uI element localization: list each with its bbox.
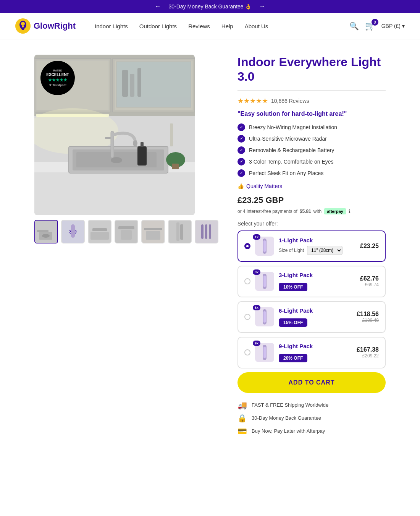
next-banner-arrow[interactable]: → <box>259 3 265 10</box>
guarantee-shipping: 🚚 FAST & FREE Shipping Worldwide <box>237 401 386 410</box>
svg-rect-15 <box>137 68 141 97</box>
svg-rect-3 <box>22 29 24 30</box>
select-offer-label: Select your offer: <box>237 221 386 227</box>
trustpilot-stars: ★★★★★ <box>48 78 67 83</box>
svg-rect-28 <box>137 146 147 166</box>
feature-0: ✓ Breezy No-Wiring Magnet Installation <box>237 123 386 131</box>
svg-rect-46 <box>121 230 132 240</box>
product-images: RATED EXCELLENT ★★★★★ ★ Trustpilot 3.0 <box>34 55 218 436</box>
size-label: Size of Light <box>279 248 304 253</box>
thumbnail-2[interactable] <box>88 220 111 243</box>
offer-radio-1-light <box>244 243 250 249</box>
svg-rect-5 <box>22 25 24 28</box>
offer-card-1-light[interactable]: 1x 1-Light Pack Size of Light 11" (28cm)… <box>237 230 386 262</box>
thumbnail-5[interactable] <box>168 220 192 243</box>
nav-outdoor-lights[interactable]: Outdoor Lights <box>139 23 177 29</box>
offer-price-main-6-light: £118.56 <box>357 311 379 318</box>
trustpilot-rated-text: RATED <box>53 69 62 72</box>
offer-price-1-light: £23.25 <box>360 243 379 250</box>
thumbnail-4[interactable] <box>141 220 165 243</box>
offer-discount-6-light: 15% OFF <box>279 318 307 327</box>
svg-rect-43 <box>90 232 109 240</box>
offer-card-9-light[interactable]: 9x 9-Light Pack 20% OFF £167.38 £209.22 <box>237 337 386 368</box>
svg-rect-14 <box>130 74 134 97</box>
nav-help[interactable]: Help <box>221 23 233 29</box>
offer-price-main-3-light: £62.76 <box>360 275 379 282</box>
svg-rect-52 <box>180 224 183 240</box>
afterpay-row: or 4 interest-free payments of $5.81 wit… <box>237 208 386 214</box>
check-icon-0: ✓ <box>237 123 245 131</box>
afterpay-info-icon[interactable]: ℹ <box>349 209 351 214</box>
header-right: 🔍 🛒 0 GBP (£) ▾ <box>349 21 405 31</box>
add-to-cart-button[interactable]: ADD TO CART <box>237 372 386 393</box>
product-info: Indoor Everywhere Light 3.0 ★★★★★ 10,686… <box>237 55 386 436</box>
logo-link[interactable]: GlowRight <box>15 18 76 34</box>
offer-price-main-1-light: £23.25 <box>360 243 379 250</box>
guarantees-section: 🚚 FAST & FREE Shipping Worldwide 🔒 30-Da… <box>237 401 386 436</box>
afterpay-text: or 4 interest-free payments of <box>237 209 297 214</box>
offer-name-1-light: 1-Light Pack <box>279 237 355 243</box>
title-divider <box>237 90 386 91</box>
feature-text-0: Breezy No-Wiring Magnet Installation <box>249 124 337 130</box>
price-section: £23.25 GBP <box>237 195 386 205</box>
offer-radio-6-light <box>244 314 250 320</box>
quality-link-text: Quality Matters <box>246 183 282 189</box>
thumbnail-0[interactable] <box>34 220 58 243</box>
feature-3: ✓ 3 Color Temp. Comfortable on Eyes <box>237 158 386 166</box>
offer-name-3-light: 3-Light Pack <box>279 272 355 278</box>
review-count: 10,686 Reviews <box>271 98 309 104</box>
quality-matters-link[interactable]: 👍 Quality Matters <box>237 183 386 189</box>
trustpilot-logo: ★ Trustpilot <box>49 83 66 87</box>
thumbnail-1[interactable]: 3.0 <box>61 220 85 243</box>
svg-rect-49 <box>146 231 160 240</box>
check-icon-2: ✓ <box>237 146 245 154</box>
cart-button[interactable]: 🛒 0 <box>365 21 375 31</box>
offer-image-3-light: 3x <box>255 272 274 291</box>
main-nav: Indoor Lights Outdoor Lights Reviews Hel… <box>95 23 338 29</box>
nav-reviews[interactable]: Reviews <box>188 23 210 29</box>
offer-details-9-light: 9-Light Pack 20% OFF <box>279 343 352 362</box>
money-back-icon: 🔒 <box>237 414 247 423</box>
afterpay-amount: $5.81 <box>300 209 311 214</box>
guarantee-afterpay-text: Buy Now, Pay Later with Afterpay <box>252 428 325 434</box>
search-icon[interactable]: 🔍 <box>349 21 359 31</box>
svg-point-26 <box>133 140 137 146</box>
size-dropdown[interactable]: 11" (28cm) 17" (43cm) <box>307 246 342 255</box>
svg-rect-56 <box>209 224 211 239</box>
afterpay-with: with <box>313 209 321 214</box>
svg-rect-64 <box>263 347 266 358</box>
svg-rect-29 <box>141 142 144 147</box>
banner-text: 30-Day Money Back Guarantee 👌 <box>169 3 252 10</box>
svg-rect-55 <box>205 224 207 239</box>
feature-text-4: Perfect Sleek Fit on Any Places <box>249 170 323 176</box>
nav-about-us[interactable]: About Us <box>245 23 268 29</box>
nav-indoor-lights[interactable]: Indoor Lights <box>95 23 128 29</box>
prev-banner-arrow[interactable]: ← <box>155 3 161 10</box>
header: GlowRight Indoor Lights Outdoor Lights R… <box>0 13 420 39</box>
offer-discount-3-light: 10% OFF <box>279 283 307 291</box>
svg-point-37 <box>42 234 50 238</box>
currency-selector[interactable]: GBP (£) ▾ <box>381 23 405 29</box>
offer-name-6-light: 6-Light Pack <box>279 307 352 314</box>
offer-details-3-light: 3-Light Pack 10% OFF <box>279 272 355 291</box>
star-rating: ★★★★★ <box>237 97 268 105</box>
trustpilot-excellent-text: EXCELLENT <box>46 73 69 77</box>
feature-2: ✓ Removable & Rechargeable Battery <box>237 146 386 154</box>
offer-card-3-light[interactable]: 3x 3-Light Pack 10% OFF £62.76 £69.74 <box>237 266 386 297</box>
svg-rect-45 <box>118 226 134 229</box>
offer-price-3-light: £62.76 £69.74 <box>360 275 379 287</box>
check-icon-3: ✓ <box>237 158 245 166</box>
feature-text-3: 3 Color Temp. Comfortable on Eyes <box>249 159 334 165</box>
offer-qty-1-light: 1x <box>253 234 260 240</box>
check-icon-4: ✓ <box>237 169 245 177</box>
thumbnail-3[interactable] <box>115 220 138 243</box>
svg-rect-40 <box>71 224 75 238</box>
svg-rect-2 <box>21 28 24 29</box>
thumbnail-6[interactable] <box>195 220 218 243</box>
offer-radio-9-light <box>244 349 250 355</box>
offer-card-6-light[interactable]: 6x 6-Light Pack 15% OFF £118.56 £139.48 <box>237 301 386 333</box>
svg-rect-42 <box>92 228 107 231</box>
product-price: £23.25 GBP <box>237 195 386 205</box>
svg-rect-31 <box>172 164 179 169</box>
reviews-row: ★★★★★ 10,686 Reviews <box>237 97 386 105</box>
